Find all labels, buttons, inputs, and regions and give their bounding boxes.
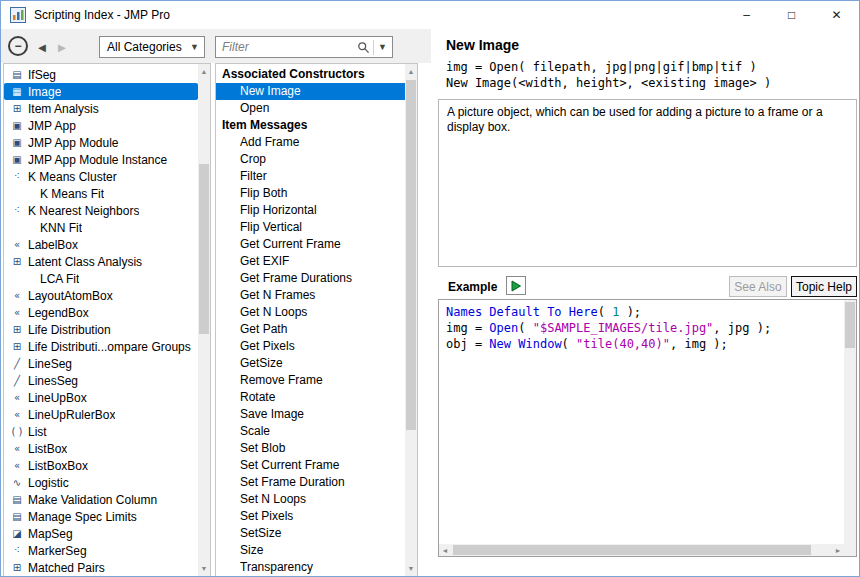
category-list-item[interactable]: ( )List <box>4 423 198 440</box>
category-dropdown[interactable]: All Categories ▼ <box>99 36 205 58</box>
code-vertical-scrollbar[interactable] <box>844 300 856 544</box>
member-list-item[interactable]: Set Current Frame <box>216 457 405 474</box>
topic-help-button[interactable]: Topic Help <box>791 276 857 297</box>
member-list-item[interactable]: Set Frame Duration <box>216 474 405 491</box>
category-list-item[interactable]: ⁖K Means Cluster <box>4 168 198 185</box>
filter-dropdown-icon[interactable]: ▼ <box>378 42 387 52</box>
member-list-item[interactable]: Get Current Frame <box>216 236 405 253</box>
category-list-item[interactable]: ⊞Matched Pairs <box>4 559 198 576</box>
item-label: IfSeg <box>28 68 56 82</box>
category-list-item[interactable]: ⊞Life Distributi...ompare Groups <box>4 338 198 355</box>
scroll-up-icon[interactable]: ▲ <box>405 65 417 78</box>
category-panel: ▤IfSeg▦Image⊞Item Analysis▣JMP App▣JMP A… <box>3 63 211 577</box>
run-example-button[interactable] <box>506 276 526 295</box>
category-list-item[interactable]: ⊞Item Analysis <box>4 100 198 117</box>
category-list-item[interactable]: «LineUpRulerBox <box>4 406 198 423</box>
item-label: Latent Class Analysis <box>28 255 142 269</box>
category-list-item[interactable]: LCA Fit <box>4 270 198 287</box>
scrollbar-thumb[interactable] <box>199 164 209 334</box>
member-list-item[interactable]: Flip Horizontal <box>216 202 405 219</box>
filter-field: ▼ <box>215 36 393 58</box>
member-list-item[interactable]: Set Blob <box>216 440 405 457</box>
category-list-item[interactable]: ⊞Latent Class Analysis <box>4 253 198 270</box>
member-panel: Associated ConstructorsNew ImageOpenItem… <box>215 63 418 577</box>
scrollbar-thumb[interactable] <box>406 80 416 430</box>
category-list-item[interactable]: ▤IfSeg <box>4 66 198 83</box>
category-list-item[interactable]: KNN Fit <box>4 219 198 236</box>
member-list-item[interactable]: Filter <box>216 168 405 185</box>
section-header: Item Messages <box>216 117 405 134</box>
category-list: ▤IfSeg▦Image⊞Item Analysis▣JMP App▣JMP A… <box>4 66 198 576</box>
member-list-item[interactable]: Remove Frame <box>216 372 405 389</box>
member-list-item[interactable]: Get EXIF <box>216 253 405 270</box>
category-list-item[interactable]: ▤Make Validation Column <box>4 491 198 508</box>
scrollbar-thumb[interactable] <box>453 545 811 555</box>
category-list-item[interactable]: «LineUpBox <box>4 389 198 406</box>
member-list-item[interactable]: Scale <box>216 423 405 440</box>
search-icon[interactable] <box>357 41 370 54</box>
category-list-item[interactable]: «LayoutAtomBox <box>4 287 198 304</box>
category-list-item[interactable]: K Means Fit <box>4 185 198 202</box>
member-list-item[interactable]: Get Frame Durations <box>216 270 405 287</box>
category-list-item[interactable]: ╱LineSeg <box>4 355 198 372</box>
code-horizontal-scrollbar[interactable]: ◄ ► <box>439 544 844 556</box>
item-icon: « <box>9 460 25 471</box>
member-list-item[interactable]: Open <box>216 100 405 117</box>
member-list-item[interactable]: New Image <box>216 83 405 100</box>
member-list-item[interactable]: Set Pixels <box>216 508 405 525</box>
code-token: New Window <box>489 337 561 351</box>
member-list-item[interactable]: Flip Vertical <box>216 219 405 236</box>
member-list-item[interactable]: Set N Loops <box>216 491 405 508</box>
item-label: Life Distribution <box>28 323 111 337</box>
member-list-item[interactable]: Get N Frames <box>216 287 405 304</box>
category-list-item[interactable]: ⊞Life Distribution <box>4 321 198 338</box>
back-button[interactable]: ◄ <box>33 38 51 56</box>
filter-input[interactable] <box>216 40 357 54</box>
category-list-item[interactable]: ▣JMP App Module Instance <box>4 151 198 168</box>
scroll-down-icon[interactable]: ▼ <box>405 562 417 575</box>
member-list-item[interactable]: SetSize <box>216 525 405 542</box>
category-list-item[interactable]: ∿Logistic <box>4 474 198 491</box>
minimize-button[interactable]: – <box>724 1 769 29</box>
item-label: Item Analysis <box>28 102 99 116</box>
category-list-item[interactable]: ◪MapSeg <box>4 525 198 542</box>
member-list-item[interactable]: Get Pixels <box>216 338 405 355</box>
close-button[interactable]: ✕ <box>814 1 859 29</box>
member-list-item[interactable]: Size <box>216 542 405 559</box>
category-list-item[interactable]: ▦Image <box>4 83 198 100</box>
member-scrollbar[interactable]: ▲ ▼ <box>405 64 417 576</box>
category-scrollbar[interactable]: ▲ ▼ <box>198 64 210 576</box>
forward-button[interactable]: ► <box>53 38 71 56</box>
category-list-item[interactable]: «LegendBox <box>4 304 198 321</box>
member-list-item[interactable]: Save Image <box>216 406 405 423</box>
member-list-item[interactable]: Get N Loops <box>216 304 405 321</box>
see-also-button[interactable]: See Also <box>729 276 787 297</box>
scroll-up-icon[interactable]: ▲ <box>198 65 210 78</box>
category-list-item[interactable]: ⁖K Nearest Neighbors <box>4 202 198 219</box>
member-list-item[interactable]: GetSize <box>216 355 405 372</box>
category-list-item[interactable]: ╱LinesSeg <box>4 372 198 389</box>
category-list-item[interactable]: ▣JMP App Module <box>4 134 198 151</box>
member-list-item[interactable]: Crop <box>216 151 405 168</box>
scroll-left-icon[interactable]: ◄ <box>439 544 451 556</box>
example-code: Names Default To Here( 1 );img = Open( "… <box>446 304 842 542</box>
scroll-right-icon[interactable]: ► <box>832 544 844 556</box>
member-list-item[interactable]: Rotate <box>216 389 405 406</box>
member-list-item[interactable]: Add Frame <box>216 134 405 151</box>
category-list-item[interactable]: «ListBoxBox <box>4 457 198 474</box>
scroll-down-icon[interactable]: ▼ <box>198 562 210 575</box>
item-label: K Nearest Neighbors <box>28 204 139 218</box>
item-icon: ▤ <box>9 494 25 505</box>
category-list-item[interactable]: ⁖MarkerSeg <box>4 542 198 559</box>
scrollbar-thumb[interactable] <box>845 302 855 348</box>
maximize-button[interactable]: □ <box>769 1 814 29</box>
member-list-item[interactable]: Flip Both <box>216 185 405 202</box>
member-list-item[interactable]: Get Path <box>216 321 405 338</box>
member-list-item[interactable]: Transparency <box>216 559 405 576</box>
category-list-item[interactable]: ▤Manage Spec Limits <box>4 508 198 525</box>
category-list-item[interactable]: «ListBox <box>4 440 198 457</box>
category-list-item[interactable]: «LabelBox <box>4 236 198 253</box>
category-list-item[interactable]: ▣JMP App <box>4 117 198 134</box>
collapse-button[interactable]: − <box>8 36 28 56</box>
example-code-editor[interactable]: Names Default To Here( 1 );img = Open( "… <box>438 299 857 557</box>
